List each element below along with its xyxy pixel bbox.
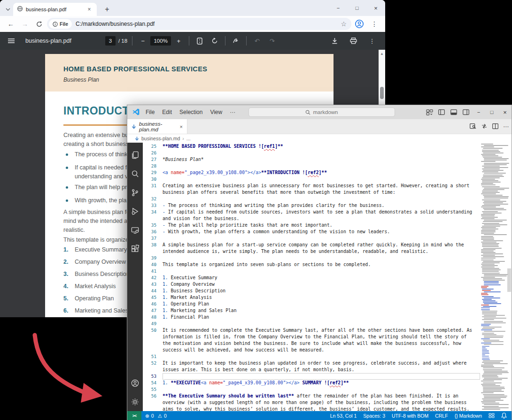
code-line[interactable]: 55 bbox=[143, 386, 480, 393]
code-line[interactable]: 32 bbox=[143, 196, 480, 202]
code-line[interactable]: 37 bbox=[143, 235, 480, 242]
scroll-up-arrow-icon[interactable]: ▲ bbox=[380, 52, 384, 56]
code-line[interactable]: 53 bbox=[143, 373, 480, 380]
profile-avatar[interactable] bbox=[353, 18, 365, 30]
code-line[interactable]: business plan offers several benefits th… bbox=[143, 189, 480, 196]
browser-menu-kebab-icon[interactable]: ⋮ bbox=[368, 18, 380, 30]
vscode-close-button[interactable]: × bbox=[498, 105, 512, 119]
code-line[interactable]: 451. Market Analysis bbox=[143, 294, 480, 301]
source-control-icon[interactable] bbox=[127, 183, 143, 202]
undo-icon[interactable]: ↶ bbox=[251, 35, 263, 46]
code-line[interactable]: 29<a name="_page2_x39.00_y108.00"></a>**… bbox=[143, 169, 480, 176]
code-line[interactable]: issues arise. This is best done on a qua… bbox=[143, 367, 480, 373]
code-line[interactable]: 34- If capital is needed from outside so… bbox=[143, 209, 480, 215]
code-line[interactable]: 50It is recommended to complete the Exec… bbox=[143, 327, 480, 334]
new-tab-button[interactable]: + bbox=[101, 4, 113, 15]
code-line[interactable]: 441. Business Description bbox=[143, 288, 480, 294]
code-line[interactable]: 41 bbox=[143, 268, 480, 275]
language-mode[interactable]: {} Markdown bbox=[455, 413, 482, 419]
split-editor-icon[interactable] bbox=[492, 122, 498, 131]
bookmark-star-icon[interactable]: ☆ bbox=[341, 20, 347, 28]
breadcrumb[interactable]: business-plan.md › ... bbox=[127, 134, 512, 143]
pdf-more-kebab-icon[interactable]: ⋮ bbox=[366, 35, 378, 46]
code-line[interactable]: the motivation and vision behind the bus… bbox=[143, 340, 480, 347]
rotate-icon[interactable] bbox=[209, 35, 220, 46]
code-line[interactable]: 36- With growth, the plan offers a commo… bbox=[143, 229, 480, 235]
code-line[interactable]: overview (with a suggested length of no … bbox=[143, 399, 480, 406]
editor-tab[interactable]: business-plan.md × bbox=[127, 119, 187, 134]
vscode-minimize-button[interactable]: − bbox=[472, 105, 485, 119]
code-line[interactable]: 26 bbox=[143, 150, 480, 156]
encoding[interactable]: UTF-8 with BOM bbox=[392, 413, 428, 419]
code-line[interactable]: 25**HOME BASED PROFESSIONAL SERVICES ![r… bbox=[143, 143, 480, 150]
eol-sequence[interactable]: CRLF bbox=[435, 413, 448, 419]
code-line[interactable]: intended audience is, write simply. The … bbox=[143, 248, 480, 255]
back-button[interactable]: ← bbox=[5, 18, 17, 30]
annotate-pen-icon[interactable] bbox=[230, 35, 241, 46]
redo-icon[interactable]: ↷ bbox=[266, 35, 278, 46]
explorer-icon[interactable] bbox=[127, 145, 143, 164]
breadcrumb-more[interactable]: ... bbox=[186, 136, 191, 141]
code-line[interactable]: 56**The Executive Summary should be writ… bbox=[143, 393, 480, 399]
open-changes-icon[interactable] bbox=[481, 122, 488, 131]
code-line[interactable]: 31Creating an extensive business plan is… bbox=[143, 183, 480, 189]
cursor-position[interactable]: Ln 53, Col 1 bbox=[330, 413, 357, 419]
code-line[interactable]: 39 bbox=[143, 255, 480, 261]
code-line[interactable]: 431. Company Overview bbox=[143, 281, 480, 288]
code-line[interactable]: information is filled in, from the Compa… bbox=[143, 334, 480, 340]
menu-edit[interactable]: Edit bbox=[159, 108, 175, 116]
browser-minimize-button[interactable]: − bbox=[329, 0, 348, 16]
editor-scrollbar[interactable] bbox=[507, 143, 512, 411]
remote-explorer-icon[interactable] bbox=[127, 221, 143, 239]
code-line[interactable]: and vision for the business. bbox=[143, 215, 480, 222]
fit-to-page-icon[interactable] bbox=[194, 35, 205, 46]
menu-view[interactable]: View bbox=[207, 108, 225, 116]
minimap[interactable] bbox=[480, 143, 507, 411]
file-scheme-chip[interactable]: File bbox=[49, 19, 72, 29]
editor-tab-close-icon[interactable]: × bbox=[180, 124, 183, 130]
settings-gear-icon[interactable] bbox=[127, 392, 143, 411]
code-line[interactable]: 51 bbox=[143, 353, 480, 360]
zoom-level[interactable]: 100% bbox=[150, 36, 171, 46]
code-line[interactable]: 52It is important to keep the business p… bbox=[143, 360, 480, 367]
zoom-out-button[interactable]: − bbox=[137, 35, 148, 46]
url-text[interactable]: C:/markdown/business-plan.pdf bbox=[76, 21, 337, 27]
notifications-bell-icon[interactable] bbox=[501, 412, 507, 420]
menu-[interactable]: ··· bbox=[226, 108, 239, 116]
indentation[interactable]: Spaces: 3 bbox=[363, 413, 385, 419]
code-line[interactable]: 33- The process of thinking and writing … bbox=[143, 202, 480, 209]
toggle-sidebar-icon[interactable] bbox=[435, 105, 448, 119]
code-line[interactable]: 421. Executive Summary bbox=[143, 275, 480, 281]
forward-button[interactable]: → bbox=[19, 18, 31, 30]
code-line[interactable]: aims to solve, why this business’ soluti… bbox=[143, 406, 480, 411]
omnibox[interactable]: File C:/markdown/business-plan.pdf ☆ bbox=[47, 18, 351, 30]
browser-scrollbar-thumb[interactable] bbox=[380, 87, 384, 99]
toggle-panel-icon[interactable] bbox=[448, 105, 460, 119]
run-debug-icon[interactable] bbox=[127, 202, 143, 221]
account-icon[interactable] bbox=[127, 374, 143, 392]
tab-more-actions-icon[interactable]: ⋯ bbox=[503, 123, 509, 130]
tab-close-icon[interactable]: × bbox=[85, 6, 93, 13]
breadcrumb-file[interactable]: business-plan.md bbox=[141, 136, 180, 141]
code-line[interactable]: 28 bbox=[143, 163, 480, 169]
code-line[interactable]: 481. Financial Plan bbox=[143, 314, 480, 321]
print-icon[interactable] bbox=[348, 35, 359, 46]
code-editor[interactable]: 25**HOME BASED PROFESSIONAL SERVICES ![r… bbox=[143, 143, 480, 411]
download-icon[interactable] bbox=[329, 35, 340, 46]
extensions-icon[interactable] bbox=[127, 239, 143, 258]
code-line[interactable]: 35- The plan will help prioritize tasks … bbox=[143, 222, 480, 229]
command-center-search[interactable]: markdown bbox=[248, 107, 395, 117]
vscode-maximize-button[interactable]: □ bbox=[485, 105, 498, 119]
open-preview-icon[interactable] bbox=[470, 122, 476, 131]
code-line[interactable]: 38A simple business plan for a start-up … bbox=[143, 242, 480, 248]
browser-close-button[interactable]: × bbox=[366, 0, 385, 16]
zoom-in-button[interactable]: + bbox=[173, 35, 184, 46]
code-line[interactable]: 461. Operating Plan bbox=[143, 301, 480, 307]
menu-file[interactable]: File bbox=[142, 108, 158, 116]
code-line[interactable]: 541. **EXECUTIVE<a name="_page4_x39.00_y… bbox=[143, 380, 480, 386]
code-line[interactable]: 49 bbox=[143, 321, 480, 327]
browser-maximize-button[interactable]: □ bbox=[348, 0, 366, 16]
code-line[interactable]: 27*Business Plan* bbox=[143, 156, 480, 163]
pdf-menu-hamburger-icon[interactable] bbox=[6, 35, 17, 46]
reload-button[interactable] bbox=[33, 18, 45, 30]
